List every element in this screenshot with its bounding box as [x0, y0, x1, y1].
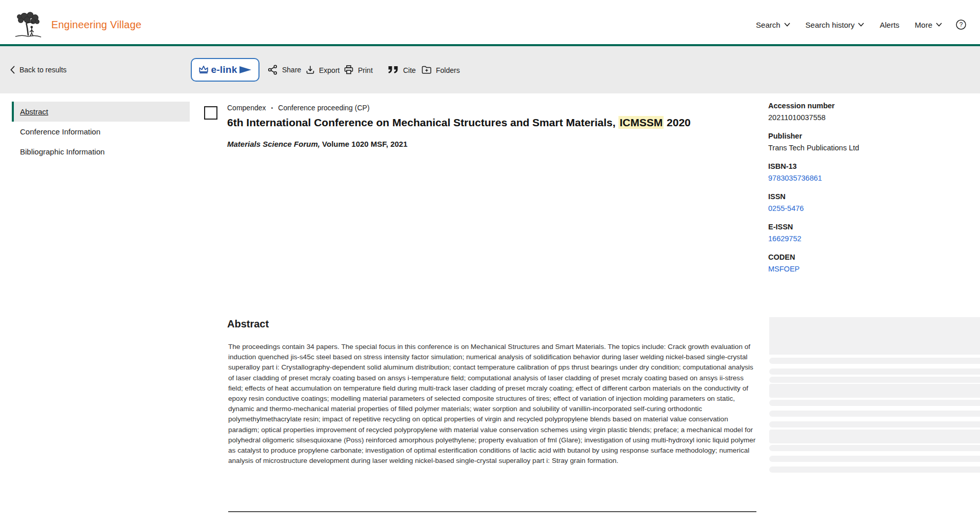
cite-button[interactable]: Cite — [388, 66, 416, 74]
field-value: Trans Tech Publications Ltd — [768, 144, 973, 152]
eissn-link[interactable]: 16629752 — [768, 235, 973, 243]
skeleton-bar — [769, 377, 980, 383]
download-icon — [306, 65, 315, 75]
title-text: 6th International Conference on Mechanic… — [227, 116, 618, 128]
issn-link[interactable]: 0255-5476 — [768, 204, 973, 212]
brand-title: Engineering Village — [51, 19, 142, 31]
help-icon: ? — [955, 19, 967, 30]
elsevier-tree-logo-icon — [13, 10, 43, 39]
skeleton-bar — [769, 430, 980, 443]
isbn13-link[interactable]: 9783035736861 — [768, 174, 973, 182]
svg-text:?: ? — [959, 21, 963, 28]
source-volume-year: Volume 1020 MSF, 2021 — [320, 140, 408, 148]
elink-button[interactable]: e-link — [191, 58, 259, 82]
sidebar-item-bibliographic-information[interactable]: Bibliographic Information — [12, 142, 190, 162]
back-to-results-link[interactable]: Back to results — [10, 66, 67, 74]
nav-alerts-label: Alerts — [879, 21, 899, 29]
folders-label: Folders — [436, 66, 460, 74]
sidebar-item-label: Conference Information — [20, 127, 101, 136]
field-publisher: Publisher Trans Tech Publications Ltd — [768, 132, 973, 152]
printer-icon — [344, 65, 354, 75]
skeleton-bar — [769, 466, 980, 473]
back-to-results-label: Back to results — [19, 66, 67, 74]
field-isbn13: ISBN-13 9783035736861 — [768, 162, 973, 182]
sidebar-item-label: Bibliographic Information — [20, 147, 105, 156]
cite-label: Cite — [403, 66, 416, 74]
field-label: CODEN — [768, 253, 973, 261]
field-label: E-ISSN — [768, 223, 973, 231]
nav-more-label: More — [915, 21, 932, 29]
nav-search-history-label: Search history — [806, 21, 855, 29]
field-label: Publisher — [768, 132, 973, 140]
header: Engineering Village Search Search histor… — [0, 0, 980, 44]
source-publication: Materials Science Forum, Volume 1020 MSF… — [227, 140, 408, 148]
abstract-heading: Abstract — [227, 318, 269, 330]
record-details-panel: Accession number 20211010037558 Publishe… — [768, 102, 973, 283]
document-type: Conference proceeding (CP) — [278, 104, 369, 112]
field-issn: ISSN 0255-5476 — [768, 192, 973, 212]
sidebar-item-conference-information[interactable]: Conference Information — [12, 122, 190, 142]
meta-separator: • — [271, 105, 273, 111]
field-coden: CODEN MSFOEP — [768, 253, 973, 273]
print-label: Print — [358, 66, 373, 74]
page: Engineering Village Search Search histor… — [0, 0, 980, 525]
share-nodes-icon — [268, 65, 278, 75]
record-select-checkbox[interactable] — [204, 106, 217, 120]
share-button[interactable]: Share — [268, 65, 301, 75]
skeleton-bar — [769, 368, 980, 375]
record-title: 6th International Conference on Mechanic… — [227, 115, 740, 130]
coden-link[interactable]: MSFOEP — [768, 265, 973, 273]
top-nav: Search Search history Alerts More — [756, 21, 942, 29]
crown-icon — [198, 64, 209, 75]
sidebar-item-abstract[interactable]: Abstract — [12, 102, 190, 122]
export-label: Export — [319, 66, 339, 74]
skeleton-bar — [769, 400, 980, 406]
share-label: Share — [282, 66, 301, 74]
source-title: Materials Science Forum, — [227, 140, 320, 148]
database-name: Compendex — [227, 104, 266, 112]
folders-button[interactable]: Folders — [422, 66, 460, 74]
field-eissn: E-ISSN 16629752 — [768, 223, 973, 243]
chevron-left-icon — [10, 66, 15, 74]
skeleton-bar — [769, 384, 980, 398]
arrow-right-icon — [239, 65, 252, 75]
nav-search[interactable]: Search — [756, 21, 790, 29]
field-label: ISSN — [768, 192, 973, 201]
chevron-down-icon — [858, 23, 864, 27]
field-value: 20211010037558 — [768, 113, 973, 122]
folder-plus-icon — [422, 66, 432, 74]
brand-home-link[interactable]: Engineering Village — [13, 10, 142, 39]
export-button[interactable]: Export — [306, 65, 339, 75]
skeleton-block — [769, 317, 980, 355]
section-divider — [228, 511, 756, 512]
record-meta: Compendex • Conference proceeding (CP) — [227, 104, 370, 112]
toolbar: Back to results e-link Share — [0, 46, 980, 93]
skeleton-bar — [769, 411, 980, 417]
abstract-text: The proceedings contain 34 papers. The s… — [228, 342, 759, 466]
chevron-down-icon — [784, 23, 790, 27]
nav-search-label: Search — [756, 21, 781, 29]
elink-label: e-link — [211, 64, 237, 75]
field-label: ISBN-13 — [768, 162, 973, 170]
nav-alerts[interactable]: Alerts — [879, 21, 899, 29]
title-text: 2020 — [664, 116, 691, 128]
nav-more[interactable]: More — [915, 21, 942, 29]
field-accession-number: Accession number 20211010037558 — [768, 102, 973, 122]
chevron-down-icon — [936, 23, 942, 27]
help-button[interactable]: ? — [955, 19, 967, 30]
quote-icon — [388, 66, 399, 74]
field-label: Accession number — [768, 102, 973, 110]
skeleton-bar — [769, 421, 980, 427]
skeleton-bar — [769, 456, 980, 462]
print-button[interactable]: Print — [344, 65, 373, 75]
record-section-nav: Abstract Conference Information Bibliogr… — [12, 102, 190, 162]
ad-placeholder-skeleton — [769, 317, 980, 473]
nav-search-history[interactable]: Search history — [806, 21, 865, 29]
skeleton-bar — [769, 445, 980, 451]
title-search-highlight: ICMSSM — [618, 116, 664, 129]
skeleton-bar — [769, 358, 980, 364]
sidebar-item-label: Abstract — [20, 107, 48, 116]
